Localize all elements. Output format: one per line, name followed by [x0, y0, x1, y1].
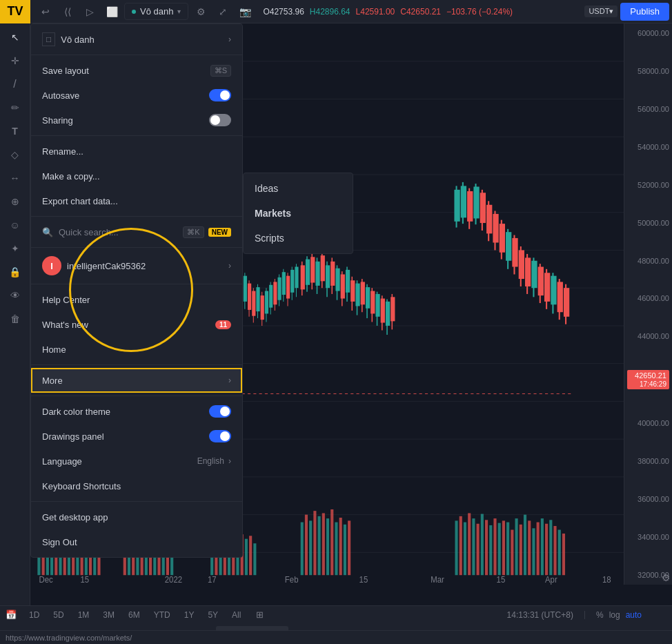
sharing-toggle[interactable]: [209, 114, 231, 126]
update-badge: 11: [215, 320, 231, 329]
price-open: O42753.96: [263, 7, 304, 17]
menu-language[interactable]: Language English ›: [31, 449, 242, 474]
svg-rect-198: [273, 282, 277, 304]
menu-rename[interactable]: Rename...: [31, 139, 242, 164]
svg-rect-220: [326, 265, 330, 288]
svg-text:Mar: Mar: [431, 575, 444, 584]
svg-rect-71: [481, 514, 484, 576]
svg-rect-258: [486, 205, 492, 234]
publish-button[interactable]: Publish: [620, 3, 669, 21]
submenu-scripts[interactable]: Scripts: [244, 226, 353, 251]
menu-more[interactable]: More ›: [31, 368, 242, 393]
menu-header[interactable]: □ Vô danh ›: [31, 27, 242, 52]
drawings-panel-toggle[interactable]: [209, 430, 231, 442]
menu-title-icon: □: [42, 32, 55, 46]
submenu-ideas[interactable]: Ideas: [244, 176, 353, 201]
svg-rect-238: [370, 291, 375, 314]
price-52000: 52000.00: [627, 181, 669, 189]
draw-line-icon[interactable]: /: [4, 73, 26, 95]
log-button[interactable]: log: [609, 610, 620, 620]
help-center-label: Help Center: [42, 295, 90, 305]
svg-rect-260: [493, 214, 498, 243]
text-icon[interactable]: T: [4, 120, 26, 142]
percent-icon[interactable]: %: [596, 610, 604, 620]
menu-get-desktop[interactable]: Get desktop app: [31, 505, 242, 529]
indicator-icon[interactable]: ✦: [4, 237, 26, 260]
time-5d[interactable]: 5D: [49, 609, 68, 621]
menu-quick-search[interactable]: 🔍 Quick search... ⌘K NEW: [31, 219, 242, 244]
save-layout-shortcut: ⌘S: [210, 65, 231, 77]
shapes-icon[interactable]: ◇: [4, 144, 26, 166]
menu-autosave[interactable]: Autosave: [31, 83, 242, 108]
menu-export[interactable]: Export chart data...: [31, 188, 242, 213]
svg-rect-53: [301, 523, 304, 576]
pencil-icon[interactable]: ✏: [4, 97, 26, 119]
time-5y[interactable]: 5Y: [204, 609, 222, 621]
autosave-toggle[interactable]: [209, 89, 231, 101]
top-bar: TV ↩ ⟨⟨ ▷ ⬜ Vô danh ▾ ⚙ ⤢ 📷 O42753.96 H4…: [0, 0, 672, 23]
time-ytd[interactable]: YTD: [150, 609, 175, 621]
crosshair-icon[interactable]: ✛: [4, 50, 26, 72]
cursor-icon[interactable]: ↖: [4, 26, 26, 48]
time-1y[interactable]: 1Y: [180, 609, 199, 621]
menu-sharing[interactable]: Sharing: [31, 108, 242, 133]
menu-drawings-panel[interactable]: Drawings panel: [31, 424, 242, 449]
price-40000: 40000.00: [627, 419, 669, 427]
svg-rect-85: [541, 518, 544, 575]
layout-icon[interactable]: ⬜: [102, 2, 121, 21]
redo-icon[interactable]: ▷: [80, 2, 99, 21]
time-1d[interactable]: 1D: [25, 609, 43, 621]
menu-user[interactable]: I intelligentCak95362 ›: [31, 251, 242, 281]
price-change: −103.76 (−0.24%): [446, 7, 513, 17]
auto-button[interactable]: auto: [626, 610, 642, 620]
history-icon[interactable]: ↩: [36, 2, 55, 21]
currency-badge[interactable]: USDT▾: [584, 6, 617, 17]
svg-rect-254: [473, 186, 479, 218]
measure-icon[interactable]: ↔: [4, 167, 26, 189]
username: intelligentCak95362: [67, 261, 146, 271]
menu-make-copy[interactable]: Make a copy...: [31, 164, 242, 188]
svg-rect-240: [375, 294, 379, 317]
home-label: Home: [42, 344, 66, 355]
calendar-icon[interactable]: 📅: [6, 609, 17, 620]
separator-3: [31, 216, 242, 217]
menu-help-center[interactable]: Help Center: [31, 287, 242, 312]
menu-keyboard-shortcuts[interactable]: Keyboard Shortcuts: [31, 474, 242, 498]
zoom-icon[interactable]: ⊕: [4, 191, 26, 213]
menu-home[interactable]: Home: [31, 337, 242, 362]
time-all[interactable]: All: [228, 609, 245, 621]
time-3m[interactable]: 3M: [99, 609, 119, 621]
layout-selector-icon[interactable]: ⊞: [256, 609, 264, 620]
svg-rect-230: [350, 280, 355, 302]
fullscreen-icon[interactable]: ⤢: [213, 2, 233, 21]
svg-rect-78: [511, 530, 513, 576]
logo[interactable]: TV: [0, 0, 30, 23]
separator-2: [31, 135, 242, 136]
sign-out-label: Sign Out: [42, 537, 77, 547]
language-label: Language: [42, 456, 82, 467]
svg-rect-57: [318, 516, 321, 575]
svg-rect-234: [361, 282, 365, 304]
menu-whats-new[interactable]: What's new 11: [31, 312, 242, 337]
submenu-markets[interactable]: Markets: [244, 201, 353, 226]
price-60000: 60000.00: [627, 29, 669, 37]
svg-rect-190: [256, 287, 259, 311]
emoji-icon[interactable]: ☺: [4, 214, 26, 236]
undo-icon[interactable]: ⟨⟨: [58, 2, 77, 21]
chart-settings-icon[interactable]: ⚙: [662, 572, 671, 583]
svg-rect-54: [305, 515, 308, 576]
svg-rect-276: [544, 273, 550, 302]
lock-icon[interactable]: 🔒: [4, 261, 26, 283]
eye-icon[interactable]: 👁: [4, 284, 26, 306]
dark-theme-toggle[interactable]: [209, 405, 231, 418]
settings-icon[interactable]: ⚙: [191, 2, 210, 21]
time-1m[interactable]: 1M: [74, 609, 94, 621]
trash-icon[interactable]: 🗑: [4, 308, 26, 330]
menu-sign-out[interactable]: Sign Out: [31, 529, 242, 554]
symbol-selector[interactable]: Vô danh ▾: [124, 3, 188, 20]
svg-rect-192: [261, 295, 264, 320]
screenshot-icon[interactable]: 📷: [235, 2, 255, 21]
menu-dark-theme[interactable]: Dark color theme: [31, 399, 242, 424]
menu-save-layout[interactable]: Save layout ⌘S: [31, 58, 242, 83]
time-6m[interactable]: 6M: [124, 609, 144, 621]
